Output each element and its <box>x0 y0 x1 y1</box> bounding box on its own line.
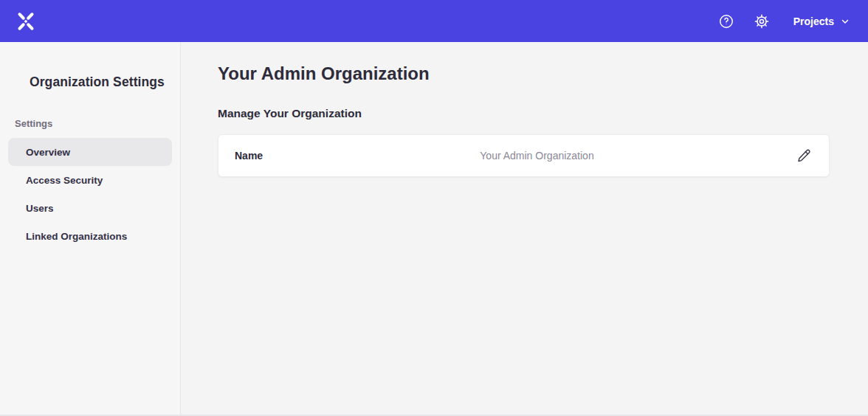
sidebar-nav: Overview Access Security Users Linked Or… <box>8 138 172 250</box>
mendix-x-logo-icon <box>15 10 37 32</box>
main-content: Your Admin Organization Manage Your Orga… <box>181 42 868 416</box>
sidebar-item-label: Overview <box>26 147 70 158</box>
sidebar-item-linked-organizations[interactable]: Linked Organizations <box>8 222 172 250</box>
projects-menu-button[interactable]: Projects <box>793 15 850 27</box>
sidebar: Organization Settings Settings Overview … <box>0 42 181 416</box>
sidebar-item-users[interactable]: Users <box>8 194 172 222</box>
projects-menu-label: Projects <box>793 15 834 27</box>
sidebar-item-label: Linked Organizations <box>26 231 127 242</box>
sidebar-section-label: Settings <box>15 118 180 129</box>
name-field-label: Name <box>235 150 279 162</box>
settings-button[interactable] <box>754 13 770 30</box>
gear-icon <box>754 13 770 30</box>
help-button[interactable] <box>718 13 734 30</box>
sidebar-item-access-security[interactable]: Access Security <box>8 166 172 194</box>
topbar-actions: Projects <box>718 13 850 30</box>
sidebar-item-label: Access Security <box>26 175 103 186</box>
sidebar-title: Organization Settings <box>30 74 180 90</box>
top-nav-bar: Projects <box>0 0 868 42</box>
help-icon <box>718 13 734 30</box>
sidebar-item-label: Users <box>26 203 54 214</box>
app-shell: Organization Settings Settings Overview … <box>0 42 868 416</box>
name-card: Name Your Admin Organization <box>218 134 830 177</box>
sidebar-item-overview[interactable]: Overview <box>8 138 172 166</box>
page-title: Your Admin Organization <box>218 63 830 85</box>
home-logo-button[interactable] <box>15 10 37 32</box>
chevron-down-icon <box>841 17 850 26</box>
section-title: Manage Your Organization <box>218 107 830 120</box>
name-field-value: Your Admin Organization <box>279 150 795 162</box>
edit-pencil-icon <box>796 148 811 163</box>
edit-name-button[interactable] <box>795 147 813 164</box>
